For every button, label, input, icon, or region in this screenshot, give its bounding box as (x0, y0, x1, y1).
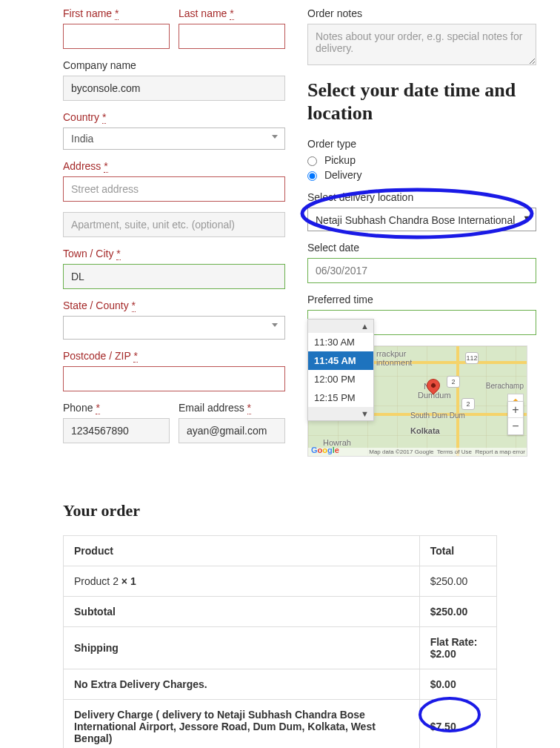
your-order-heading: Your order (63, 501, 497, 520)
google-logo: Google (311, 446, 339, 454)
first-name-input[interactable] (63, 24, 170, 49)
table-row: Product 2 × 1 $250.00 (64, 566, 497, 597)
shipping-value: Flat Rate: $2.00 (419, 627, 496, 669)
date-label: Select date (307, 242, 536, 254)
table-row: Delivery Charge ( delivery to Netaji Sub… (64, 700, 497, 748)
scroll-down-icon[interactable]: ▼ (308, 407, 373, 420)
company-input[interactable] (63, 76, 285, 101)
address-line2-input[interactable] (63, 212, 285, 237)
delivery-charge-value: $7.50 (419, 700, 496, 748)
delivery-charge-label: Delivery Charge ( delivery to Netaji Sub… (64, 700, 420, 748)
table-header-row: Product Total (64, 536, 497, 566)
postcode-input[interactable] (63, 366, 285, 391)
city-input[interactable] (63, 264, 285, 289)
address-line1-input[interactable] (63, 176, 285, 202)
country-select[interactable]: India (63, 128, 285, 150)
shipping-label: Shipping (64, 627, 420, 669)
scroll-up-icon[interactable]: ▲ (308, 320, 373, 333)
email-input[interactable] (179, 418, 285, 443)
subtotal-value: $250.00 (419, 597, 496, 627)
zoom-out-button[interactable]: − (508, 418, 523, 434)
time-option[interactable]: 11:30 AM (308, 333, 373, 351)
address-label: Address * (63, 160, 285, 172)
location-select[interactable]: Netaji Subhash Chandra Bose Internationa… (307, 208, 536, 231)
time-option[interactable]: 12:15 PM (308, 388, 373, 407)
table-row: Subtotal $250.00 (64, 597, 497, 627)
state-label: State / County * (63, 299, 285, 311)
location-label: Select delivery location (307, 191, 536, 203)
last-name-label: Last name * (179, 7, 285, 19)
product-header: Product (64, 536, 420, 566)
delivery-radio-label: Delivery (324, 169, 362, 181)
route-shield-icon: 2 (447, 376, 460, 388)
pickup-radio[interactable] (307, 156, 317, 166)
phone-input[interactable] (63, 418, 170, 443)
map-place-label: South Dum Dum (410, 411, 465, 420)
route-shield-icon: 2 (461, 398, 475, 410)
order-notes-textarea[interactable] (307, 24, 536, 65)
product-name: Product 2 (74, 575, 121, 587)
schedule-heading: Select your date time and location (307, 79, 536, 125)
city-label: Town / City * (63, 248, 285, 259)
map-attribution: Map data ©2017 Google Terms of Use Repor… (308, 448, 527, 456)
postcode-label: Postcode / ZIP * (63, 350, 285, 362)
first-name-label: First name * (63, 7, 170, 19)
order-type-label: Order type (307, 138, 536, 150)
time-dropdown[interactable]: ▲ 11:30 AM 11:45 AM 12:00 PM 12:15 PM ▼ (307, 319, 374, 421)
email-label: Email address * (179, 402, 285, 414)
order-table: Product Total Product 2 × 1 $250.00 Subt… (63, 535, 497, 748)
subtotal-label: Subtotal (64, 597, 420, 627)
company-label: Company name (63, 59, 285, 71)
map-zoom-controls: + − (507, 401, 524, 435)
table-row: Shipping Flat Rate: $2.00 (64, 627, 497, 669)
last-name-input[interactable] (179, 24, 285, 49)
phone-label: Phone * (63, 402, 170, 414)
map-place-label: intonment (376, 358, 412, 367)
map-place-label: Berachamp (486, 382, 524, 390)
product-total: $250.00 (419, 566, 496, 597)
state-select[interactable] (63, 316, 285, 340)
order-notes-label: Order notes (307, 7, 536, 19)
product-qty: × 1 (121, 575, 136, 587)
delivery-radio[interactable] (307, 171, 317, 181)
map-place-label: rrackpur (376, 349, 406, 358)
date-input[interactable] (307, 258, 536, 283)
extra-charges-value: $0.00 (419, 669, 496, 700)
extra-charges-label: No Extra Delivery Charges. (64, 669, 420, 700)
total-header: Total (419, 536, 496, 566)
country-label: Country * (63, 111, 285, 123)
table-row: No Extra Delivery Charges. $0.00 (64, 669, 497, 700)
map-place-label: Kolkata (410, 426, 440, 435)
time-label: Preferred time (307, 294, 536, 305)
time-option[interactable]: 12:00 PM (308, 370, 373, 388)
pickup-radio-label: Pickup (324, 154, 356, 166)
zoom-in-button[interactable]: + (508, 402, 523, 418)
route-shield-icon: 112 (465, 352, 479, 364)
time-option[interactable]: 11:45 AM (308, 351, 373, 370)
